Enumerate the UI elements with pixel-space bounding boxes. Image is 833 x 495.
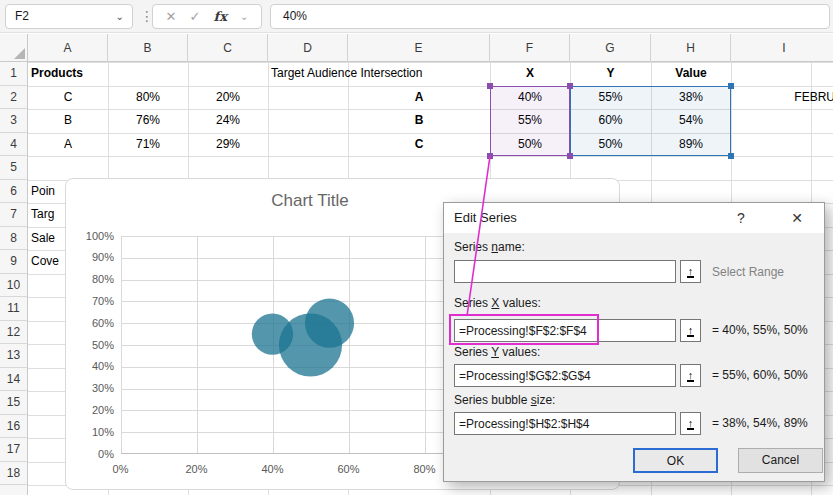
row-header-7[interactable]: 7 bbox=[0, 203, 27, 227]
excel-window: F2 ⌄ ⋮ ✕ ✓ fx ⌄ 40% ABCDEFGHI 1234567891… bbox=[0, 0, 833, 495]
cell-value: Poin bbox=[31, 184, 55, 198]
chevron-down-icon[interactable]: ⌄ bbox=[240, 11, 248, 22]
y-axis-tick-label: 70% bbox=[66, 295, 114, 307]
select-range-button[interactable]: ↑ bbox=[680, 364, 701, 387]
series-x-label: Series X values: bbox=[454, 296, 541, 310]
y-axis-tick-label: 80% bbox=[66, 273, 114, 285]
select-all-button[interactable] bbox=[0, 34, 28, 62]
range-handle[interactable] bbox=[567, 83, 573, 89]
column-header-F[interactable]: F bbox=[490, 34, 570, 62]
row-header-4[interactable]: 4 bbox=[0, 133, 27, 157]
cell-value: C bbox=[64, 90, 73, 104]
column-header-G[interactable]: G bbox=[570, 34, 651, 62]
chevron-down-icon[interactable]: ⌄ bbox=[116, 5, 124, 28]
column-header-B[interactable]: B bbox=[108, 34, 188, 62]
row-header-6[interactable]: 6 bbox=[0, 180, 27, 204]
cell-value: B bbox=[415, 113, 424, 127]
row-header-13[interactable]: 13 bbox=[0, 344, 27, 368]
cell-F1[interactable]: X bbox=[493, 62, 567, 86]
ok-button[interactable]: OK bbox=[633, 448, 718, 473]
row-header-3[interactable]: 3 bbox=[0, 109, 27, 133]
y-axis-tick-label: 0% bbox=[66, 448, 114, 460]
y-axis-tick-label: 100% bbox=[66, 230, 114, 242]
column-header-D[interactable]: D bbox=[268, 34, 348, 62]
series-size-input[interactable] bbox=[454, 412, 676, 435]
cell-B4[interactable]: 71% bbox=[111, 133, 185, 157]
formula-buttons: ✕ ✓ fx ⌄ bbox=[152, 4, 262, 29]
row-header-11[interactable]: 11 bbox=[0, 297, 27, 321]
cell-C2[interactable]: 20% bbox=[191, 86, 265, 110]
column-header-I[interactable]: I bbox=[731, 34, 833, 62]
cell-A1[interactable]: Products bbox=[31, 62, 105, 86]
dialog-title: Edit Series bbox=[454, 210, 517, 225]
collapse-dialog-icon: ↑ bbox=[687, 266, 695, 278]
cell-A2[interactable]: C bbox=[31, 86, 105, 110]
cell-I2[interactable]: FEBRU bbox=[734, 86, 833, 110]
row-header-12[interactable]: 12 bbox=[0, 321, 27, 345]
cell-value: C bbox=[415, 137, 424, 151]
row-header-10[interactable]: 10 bbox=[0, 274, 27, 298]
name-box[interactable]: F2 ⌄ bbox=[5, 4, 133, 29]
select-range-button[interactable]: ↑ bbox=[680, 319, 701, 342]
row-header-8[interactable]: 8 bbox=[0, 227, 27, 251]
cell-B3[interactable]: 76% bbox=[111, 109, 185, 133]
cancel-button[interactable]: Cancel bbox=[738, 448, 823, 473]
formula-toolbar: F2 ⌄ ⋮ ✕ ✓ fx ⌄ 40% bbox=[0, 0, 833, 33]
cell-A4[interactable]: A bbox=[31, 133, 105, 157]
series-y-input[interactable] bbox=[454, 364, 676, 387]
cell-A3[interactable]: B bbox=[31, 109, 105, 133]
cell-E2[interactable]: A bbox=[351, 86, 487, 110]
select-range-button[interactable]: ↑ bbox=[680, 412, 701, 435]
series-x-input[interactable] bbox=[454, 319, 676, 342]
cell-G1[interactable]: Y bbox=[573, 62, 648, 86]
cell-E4[interactable]: C bbox=[351, 133, 487, 157]
series-name-input[interactable] bbox=[454, 260, 676, 283]
series-x-preview: = 40%, 55%, 50% bbox=[712, 323, 808, 337]
range-handle[interactable] bbox=[567, 153, 573, 159]
confirm-entry-icon[interactable]: ✓ bbox=[190, 9, 201, 24]
close-icon[interactable]: ✕ bbox=[786, 208, 808, 228]
select-range-button[interactable]: ↑ bbox=[680, 260, 701, 283]
row-header-17[interactable]: 17 bbox=[0, 438, 27, 462]
column-header-strip: ABCDEFGHI bbox=[28, 34, 833, 62]
series-size-preview: = 38%, 54%, 89% bbox=[712, 416, 808, 430]
cell-H1[interactable]: Value bbox=[654, 62, 728, 86]
row-header-2[interactable]: 2 bbox=[0, 86, 27, 110]
row-header-15[interactable]: 15 bbox=[0, 391, 27, 415]
y-axis-tick-label: 90% bbox=[66, 251, 114, 263]
x-axis-tick-label: 80% bbox=[403, 463, 447, 475]
series-name-label: Series name: bbox=[454, 240, 525, 254]
column-header-C[interactable]: C bbox=[188, 34, 268, 62]
range-handle[interactable] bbox=[728, 153, 734, 159]
row-header-5[interactable]: 5 bbox=[0, 156, 27, 180]
range-handle[interactable] bbox=[487, 83, 493, 89]
row-header-14[interactable]: 14 bbox=[0, 368, 27, 392]
row-header-16[interactable]: 16 bbox=[0, 415, 27, 439]
range-handle[interactable] bbox=[487, 153, 493, 159]
cell-C4[interactable]: 29% bbox=[191, 133, 265, 157]
cell-E3[interactable]: B bbox=[351, 109, 487, 133]
x-axis-tick-label: 20% bbox=[175, 463, 219, 475]
row-header-18[interactable]: 18 bbox=[0, 462, 27, 486]
collapse-dialog-icon: ↑ bbox=[687, 325, 695, 337]
cell-value: X bbox=[526, 66, 534, 80]
cell-value: 29% bbox=[216, 137, 240, 151]
x-axis-tick-label: 0% bbox=[99, 463, 143, 475]
column-header-E[interactable]: E bbox=[348, 34, 490, 62]
cell-B2[interactable]: 80% bbox=[111, 86, 185, 110]
help-icon[interactable]: ? bbox=[730, 208, 752, 228]
cell-value: Cove bbox=[31, 254, 59, 268]
formula-bar-input[interactable]: 40% bbox=[270, 4, 830, 29]
column-header-H[interactable]: H bbox=[651, 34, 731, 62]
range-handle[interactable] bbox=[728, 83, 734, 89]
cell-D1[interactable]: Target Audience Intersection bbox=[271, 62, 345, 86]
cancel-entry-icon[interactable]: ✕ bbox=[166, 9, 177, 24]
column-header-A[interactable]: A bbox=[28, 34, 108, 62]
row-header-9[interactable]: 9 bbox=[0, 250, 27, 274]
insert-function-icon[interactable]: fx bbox=[214, 9, 227, 24]
cell-value: A bbox=[415, 90, 424, 104]
cell-value: Sale bbox=[31, 231, 55, 245]
cell-C3[interactable]: 24% bbox=[191, 109, 265, 133]
x-axis-tick-label: 60% bbox=[327, 463, 371, 475]
row-header-1[interactable]: 1 bbox=[0, 62, 27, 86]
